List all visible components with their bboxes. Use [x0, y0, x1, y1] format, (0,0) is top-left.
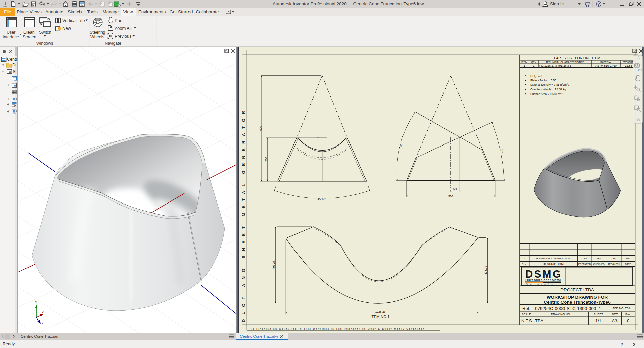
svg-text:Clean: Clean [23, 30, 35, 35]
svg-text:PRO: PRO [3, 6, 7, 8]
svg-text:WEIGHT: WEIGHT [623, 61, 633, 64]
svg-text:0: 0 [524, 257, 525, 260]
svg-text:079254C-0000-STC-1390-000_1: 079254C-0000-STC-1390-000_1 [535, 306, 601, 311]
svg-text:Sh: Sh [13, 69, 17, 74]
svg-text:Generator: Generator [526, 283, 558, 286]
svg-text:Rev.: Rev. [522, 263, 527, 266]
svg-text:CHECKED: CHECKED [593, 263, 605, 265]
svg-text:Z: Z [41, 322, 43, 326]
svg-text:ITEM: ITEM [521, 61, 527, 64]
svg-text:TBA: TBA [597, 257, 601, 260]
svg-text:Windows: Windows [36, 41, 53, 46]
svg-text:Ref.: Ref. [522, 306, 530, 311]
svg-text:Switch: Switch [39, 30, 51, 35]
svg-text:Vertical Tile: Vertical Tile [62, 18, 85, 23]
svg-text:TBA: TBA [626, 257, 630, 260]
svg-text:DATE: DATE [625, 263, 631, 265]
svg-text:Surface Area = 0.568 m^2: Surface Area = 0.568 m^2 [530, 92, 564, 96]
svg-text:Navigate: Navigate [105, 41, 121, 46]
svg-text:DUCT AND SHEET METAL GENERATOR: DUCT AND SHEET METAL GENERATOR [241, 107, 246, 322]
svg-text:DRAWING NO.: DRAWING NO. [551, 313, 571, 316]
svg-text:Material Density = 7.85 g/cm^3: Material Density = 7.85 g/cm^3 [530, 83, 570, 86]
svg-text:Dr: Dr [12, 63, 17, 67]
svg-text:Steering: Steering [90, 30, 105, 35]
svg-text:SHEET: SHEET [594, 313, 603, 316]
svg-text:1: 1 [533, 64, 535, 67]
svg-text:Centric Cone Tru...iam: Centric Cone Tru...iam [21, 334, 59, 338]
svg-text:Wheels: Wheels [90, 35, 104, 39]
svg-text:Sign In: Sign In [550, 1, 564, 6]
svg-text:A3: A3 [612, 318, 618, 323]
svg-text:423.21: 423.21 [484, 266, 487, 275]
svg-text:TECHNICAL CHARACTERISTICS: TECHNICAL CHARACTERISTICS [546, 61, 584, 64]
svg-text:PROJECT : TBA: PROJECT : TBA [560, 287, 594, 292]
svg-text:1: 1 [524, 64, 525, 67]
svg-text:Zoom All: Zoom All [115, 26, 132, 31]
svg-text:TBA: TBA [611, 257, 616, 260]
svg-text:500: 500 [448, 195, 453, 198]
svg-text:X: X [42, 311, 44, 314]
svg-text:The Information Contained in T: The Information Contained in This Drawin… [248, 327, 425, 330]
svg-text:PREPARED: PREPARED [578, 263, 591, 265]
svg-text:Screen: Screen [23, 35, 36, 39]
svg-text:APP/AUTH: APP/AUTH [608, 263, 620, 265]
svg-text:QTY: QTY [531, 61, 536, 64]
svg-text:Plate KFactor = 0.50: Plate KFactor = 0.50 [530, 79, 556, 82]
svg-text:New: New [62, 26, 71, 31]
svg-text:Pan: Pan [115, 18, 122, 23]
svg-text:SCALE: SCALE [522, 313, 531, 316]
svg-text:PL. 1228.27 x 491.26 x 6: PL. 1228.27 x 491.26 x 6 [539, 64, 571, 67]
svg-text:?: ? [597, 2, 600, 7]
svg-text:I: I [4, 1, 6, 6]
svg-text:250: 250 [265, 157, 268, 162]
svg-text:1228.23: 1228.23 [375, 310, 386, 313]
svg-text:Centric Cone Truncation-Type6: Centric Cone Truncation-Type6 [544, 300, 611, 305]
svg-text:JOB NO. TBA: JOB NO. TBA [613, 307, 631, 310]
svg-text:ASTM 516 Gr.60: ASTM 516 Gr.60 [595, 64, 617, 67]
svg-text:SIZE: SIZE [611, 313, 618, 316]
svg-text:ITEM NO.1: ITEM NO.1 [370, 315, 390, 319]
svg-text:PARTS LIST FOR ONE ITEM: PARTS LIST FOR ONE ITEM [554, 56, 600, 60]
svg-text:TBA: TBA [582, 257, 587, 260]
svg-text:DESCRIPTION: DESCRIPTION [543, 262, 564, 266]
svg-text:600: 600 [259, 126, 262, 131]
svg-text:MATERIAL: MATERIAL [600, 61, 612, 64]
svg-text:Autodesk Inventor Professional: Autodesk Inventor Professional 2020 Cent… [273, 1, 424, 6]
svg-text:Y: Y [35, 301, 37, 304]
svg-text:0: 0 [627, 318, 629, 323]
svg-text:N.T.S: N.T.S [521, 318, 532, 323]
svg-text:Centr: Centr [7, 57, 17, 62]
svg-text:491.26: 491.26 [272, 260, 275, 269]
svg-text:45.24°: 45.24° [317, 197, 326, 201]
svg-text:WORKSHOP DRAWING FOR: WORKSHOP DRAWING FOR [547, 295, 608, 300]
svg-text:Interface: Interface [3, 35, 19, 39]
svg-text:Centric Cone Tru...idw: Centric Cone Tru...idw [240, 334, 278, 338]
svg-text:Previous: Previous [115, 34, 132, 39]
svg-text:User: User [7, 30, 15, 35]
svg-text:1/1: 1/1 [595, 318, 601, 323]
svg-text:Rev.: Rev. [625, 313, 631, 316]
svg-text:Duct and Sheet Metal: Duct and Sheet Metal [525, 278, 561, 282]
svg-text:12.88: 12.88 [625, 64, 632, 67]
svg-text:REQ. = 3: REQ. = 3 [530, 74, 542, 78]
svg-text:TBA: TBA [535, 318, 544, 323]
svg-text:50: 50 [453, 187, 457, 191]
svg-text:ISSUED FOR CONSTRUCTION: ISSUED FOR CONSTRUCTION [536, 257, 570, 260]
svg-text:2D: 2D [638, 68, 642, 72]
svg-text:One Item Weight = 12.88 kg: One Item Weight = 12.88 kg [530, 88, 566, 91]
